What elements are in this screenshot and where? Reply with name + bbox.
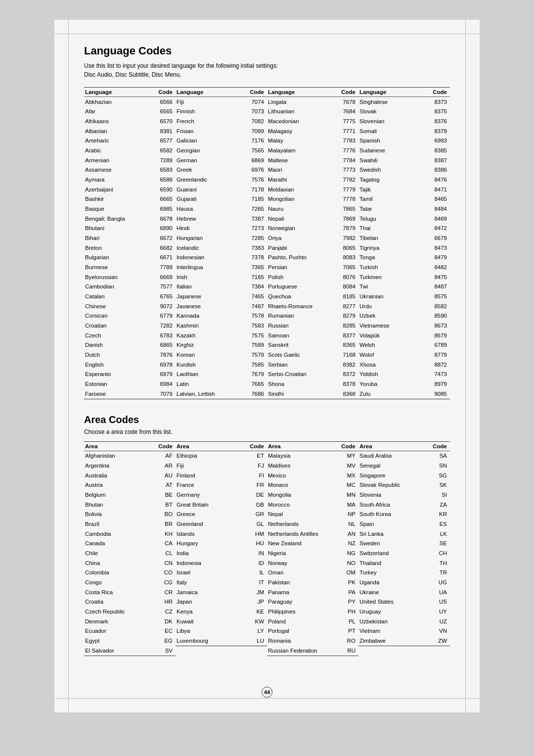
language-col-2: Language Code Fiji7074Finnish7073French7… — [176, 88, 267, 399]
area-name: India — [176, 549, 236, 559]
language-name: Uzbek — [358, 311, 417, 321]
language-name: Vietnamese — [358, 321, 417, 331]
language-code: 8381 — [148, 126, 176, 136]
area-name: Fiji — [176, 461, 236, 471]
language-row: Kirghiz7589 — [176, 340, 267, 350]
language-name: Irish — [176, 272, 239, 282]
language-row: Albanian8381 — [84, 126, 176, 136]
area-row: South AfricaZA — [358, 500, 450, 510]
area-name: Sweden — [358, 539, 423, 549]
language-code: 8376 — [417, 116, 450, 126]
language-name: Malayalam — [267, 145, 333, 155]
language-name: Kannada — [176, 311, 239, 321]
area-name: Saudi Arabia — [358, 451, 423, 461]
area-header-4: Area — [358, 442, 423, 451]
language-code: 7583 — [239, 321, 267, 331]
area-name: South Korea — [358, 510, 423, 520]
language-code: 8872 — [417, 360, 450, 370]
area-code: RO — [335, 636, 358, 646]
language-name: Kazakh — [176, 331, 239, 340]
area-name: Bhutan — [84, 500, 148, 510]
area-code: BT — [148, 500, 176, 510]
area-name: Luxembourg — [176, 636, 236, 646]
language-name: Esperanto — [84, 370, 148, 379]
area-code: JM — [236, 587, 267, 597]
language-col-3: Language Code Lingala7678Lithuanian7684M… — [267, 88, 358, 399]
language-row: Dutch7876 — [84, 350, 176, 360]
language-row: Breton6682 — [84, 243, 176, 253]
area-code: KH — [148, 529, 176, 539]
area-row: JapanJP — [176, 597, 267, 607]
language-row: Oriya7982 — [267, 233, 358, 243]
area-row: SwedenSE — [358, 539, 450, 549]
language-code: 8375 — [417, 107, 450, 117]
area-name: Kenya — [176, 607, 236, 617]
language-code: 6783 — [148, 331, 176, 340]
area-row: ColombiaCO — [84, 568, 176, 578]
area-code: US — [423, 597, 450, 607]
language-code: 8368 — [333, 389, 358, 399]
area-name: Panama — [267, 587, 335, 597]
language-row: Lithuanian7684 — [267, 107, 358, 117]
language-name: Rhaeto-Romance — [267, 301, 333, 311]
area-row: AfghanistanAF — [84, 451, 176, 461]
language-code: 7577 — [148, 282, 176, 292]
language-name: Nauru — [267, 204, 333, 214]
language-code: 8479 — [417, 253, 450, 263]
language-row: Moldavian7779 — [267, 185, 358, 194]
area-row: ArgentinaAR — [84, 461, 176, 471]
language-code: 8083 — [333, 253, 358, 263]
language-row: English6978 — [84, 360, 176, 370]
language-code: 6678 — [148, 214, 176, 224]
language-code: 8482 — [417, 262, 450, 272]
language-name: Fiji — [176, 97, 239, 107]
area-code: NP — [335, 510, 358, 520]
area-code-header-3: Code — [335, 442, 358, 451]
area-code: MA — [335, 500, 358, 510]
language-row: Somali8379 — [358, 126, 450, 136]
language-name: Chinese — [84, 301, 148, 311]
language-name: Wolof — [358, 350, 417, 360]
area-row: FranceFR — [176, 480, 267, 490]
language-name: Malay — [267, 136, 333, 146]
language-code: 8484 — [417, 204, 450, 214]
language-name: Hebrew — [176, 214, 239, 224]
language-row: Corsican6779 — [84, 311, 176, 321]
area-code: CN — [148, 558, 176, 568]
area-code: PK — [335, 578, 358, 588]
area-name: Croatia — [84, 597, 148, 607]
language-name: Ameharic — [84, 136, 148, 146]
area-row: SwitzerlandCH — [358, 549, 450, 559]
language-row: Swahili8387 — [358, 155, 450, 165]
area-name: France — [176, 480, 236, 490]
area-code: CZ — [148, 607, 176, 617]
area-table: Area Code AfghanistanAFArgentinaARAustra… — [84, 441, 450, 656]
area-name: Morocco — [267, 500, 335, 510]
language-name: Sindhi — [267, 389, 333, 399]
language-row: Tajik8471 — [358, 185, 450, 194]
area-code: PA — [335, 587, 358, 597]
area-name: Belgium — [84, 490, 148, 500]
area-name: Nepal — [267, 510, 335, 520]
area-code: CH — [423, 549, 450, 559]
language-row: Guarani7178 — [176, 185, 267, 194]
language-code: 8373 — [417, 97, 450, 107]
language-row: Vietnamese8673 — [358, 321, 450, 331]
language-name: Xhosa — [358, 360, 417, 370]
language-name: Slovenian — [358, 116, 417, 126]
area-code: TH — [423, 558, 450, 568]
language-code: 8471 — [417, 185, 450, 194]
language-code: 6976 — [239, 165, 267, 175]
language-name: Yoruba — [358, 379, 417, 389]
language-row: Frisian7089 — [176, 126, 267, 136]
area-code: UZ — [423, 616, 450, 626]
area-code: KW — [236, 616, 267, 626]
area-name: Costa Rica — [84, 587, 148, 597]
language-code: 7365 — [239, 262, 267, 272]
language-name: Turkish — [358, 262, 417, 272]
area-code: AT — [148, 480, 176, 490]
language-row: Irish7165 — [176, 272, 267, 282]
language-code: 9085 — [417, 389, 450, 399]
language-code: 6890 — [148, 224, 176, 234]
language-row: Sindhi8368 — [267, 389, 358, 399]
